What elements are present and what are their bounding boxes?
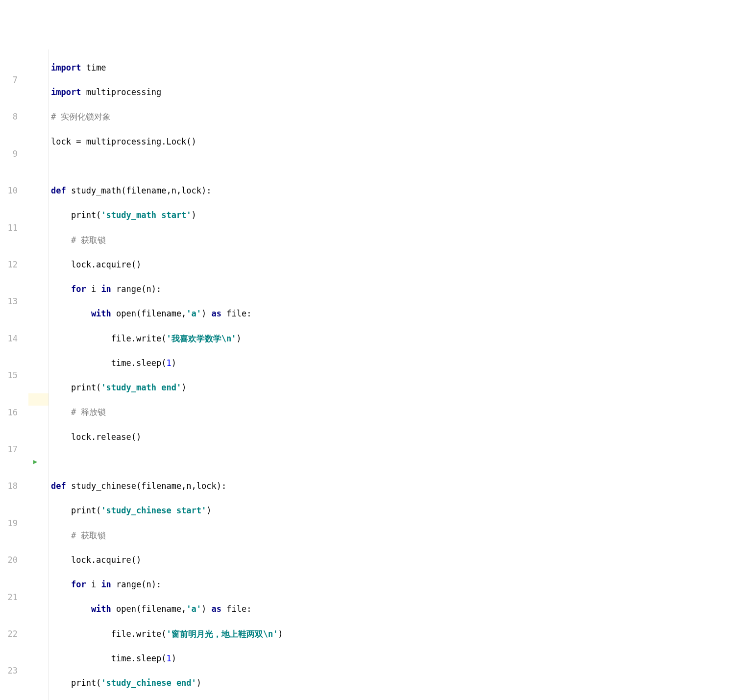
- code-line[interactable]: print('study_chinese start'): [50, 505, 735, 517]
- line-number[interactable]: 7: [0, 74, 28, 86]
- line-number-gutter: 7 8 9 10 11 12 13 14 15 16 17 18 19 20 2…: [0, 49, 28, 700]
- code-line[interactable]: print('study_math end'): [50, 382, 735, 394]
- code-line[interactable]: lock.acquire(): [50, 554, 735, 566]
- line-number[interactable]: 9: [0, 148, 28, 160]
- code-line[interactable]: # 获取锁: [50, 234, 735, 246]
- line-number[interactable]: 22: [0, 628, 28, 640]
- code-line[interactable]: print('study_math start'): [50, 209, 735, 221]
- code-area[interactable]: import time import multiprocessing # 实例化…: [49, 49, 735, 700]
- code-line[interactable]: [50, 160, 735, 172]
- code-line[interactable]: [50, 456, 735, 468]
- code-line[interactable]: import time: [50, 62, 735, 74]
- code-line[interactable]: # 获取锁: [50, 530, 735, 542]
- code-line[interactable]: print('study_chinese end'): [50, 677, 735, 689]
- code-line[interactable]: lock.release(): [50, 431, 735, 443]
- code-line[interactable]: for i in range(n):: [50, 579, 735, 591]
- line-number[interactable]: 16: [0, 407, 28, 419]
- line-number[interactable]: 12: [0, 259, 28, 271]
- code-line[interactable]: # 实例化锁对象: [50, 111, 735, 123]
- line-number[interactable]: 11: [0, 222, 28, 234]
- line-number[interactable]: 13: [0, 295, 28, 308]
- code-line[interactable]: import multiprocessing: [50, 86, 735, 98]
- code-line[interactable]: # 释放锁: [50, 406, 735, 418]
- line-number[interactable]: 14: [0, 333, 28, 345]
- code-line[interactable]: lock.acquire(): [50, 259, 735, 271]
- code-editor: 7 8 9 10 11 12 13 14 15 16 17 18 19 20 2…: [0, 49, 735, 700]
- code-line[interactable]: time.sleep(1): [50, 357, 735, 369]
- code-line[interactable]: with open(filename,'a') as file:: [50, 603, 735, 615]
- code-line[interactable]: for i in range(n):: [50, 283, 735, 295]
- line-number[interactable]: 18: [0, 480, 28, 492]
- code-line[interactable]: def study_math(filename,n,lock):: [50, 185, 735, 197]
- code-line[interactable]: with open(filename,'a') as file:: [50, 308, 735, 320]
- line-number[interactable]: 23: [0, 665, 28, 677]
- run-gutter: ▶: [28, 49, 42, 700]
- line-number[interactable]: 10: [0, 185, 28, 197]
- line-number[interactable]: 8: [0, 111, 28, 123]
- code-line[interactable]: time.sleep(1): [50, 652, 735, 665]
- line-number[interactable]: 19: [0, 517, 28, 530]
- code-line[interactable]: file.write('我喜欢学数学\n'): [50, 333, 735, 345]
- line-number[interactable]: 17: [0, 443, 28, 456]
- line-number[interactable]: 20: [0, 554, 28, 566]
- line-number[interactable]: 21: [0, 591, 28, 603]
- run-icon[interactable]: ▶: [28, 456, 42, 468]
- fold-gutter: [42, 49, 49, 700]
- line-number[interactable]: 15: [0, 369, 28, 382]
- code-line[interactable]: lock = multiprocessing.Lock(): [50, 136, 735, 148]
- code-line[interactable]: file.write('窗前明月光，地上鞋两双\n'): [50, 628, 735, 640]
- code-line[interactable]: def study_chinese(filename,n,lock):: [50, 480, 735, 492]
